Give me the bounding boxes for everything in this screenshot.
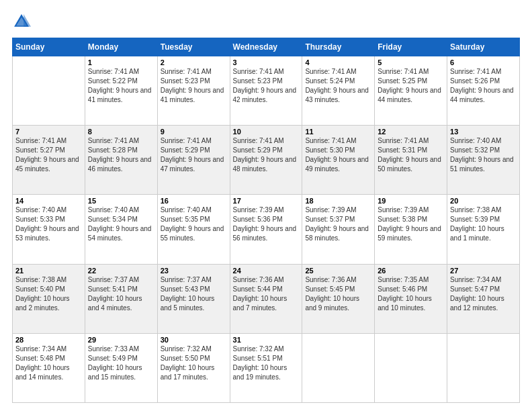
day-cell: 8Sunrise: 7:41 AMSunset: 5:28 PMDaylight… [85, 126, 157, 195]
sunrise-text: Sunrise: 7:41 AM [378, 136, 444, 146]
day-info: Sunrise: 7:41 AMSunset: 5:27 PMDaylight:… [15, 136, 82, 174]
day-cell: 31Sunrise: 7:32 AMSunset: 5:51 PMDayligh… [230, 333, 302, 402]
sunrise-text: Sunrise: 7:36 AM [305, 275, 371, 285]
day-cell: 13Sunrise: 7:40 AMSunset: 5:32 PMDayligh… [447, 126, 520, 195]
day-cell: 9Sunrise: 7:41 AMSunset: 5:29 PMDaylight… [157, 126, 230, 195]
sunrise-text: Sunrise: 7:34 AM [450, 275, 517, 285]
daylight-text: Daylight: 9 hours and 47 minutes. [161, 155, 227, 174]
day-number: 26 [378, 267, 444, 275]
day-info: Sunrise: 7:41 AMSunset: 5:31 PMDaylight:… [378, 136, 444, 174]
day-info: Sunrise: 7:32 AMSunset: 5:51 PMDaylight:… [233, 345, 300, 382]
daylight-text: Daylight: 9 hours and 51 minutes. [450, 155, 517, 174]
sunrise-text: Sunrise: 7:34 AM [15, 345, 82, 354]
daylight-text: Daylight: 9 hours and 54 minutes. [88, 224, 154, 243]
daylight-text: Daylight: 10 hours and 5 minutes. [161, 294, 227, 313]
daylight-text: Daylight: 9 hours and 42 minutes. [233, 86, 300, 105]
day-cell: 1Sunrise: 7:41 AMSunset: 5:22 PMDaylight… [85, 56, 157, 126]
sunrise-text: Sunrise: 7:36 AM [233, 275, 300, 285]
day-cell: 21Sunrise: 7:38 AMSunset: 5:40 PMDayligh… [13, 264, 85, 333]
day-info: Sunrise: 7:40 AMSunset: 5:34 PMDaylight:… [88, 205, 154, 243]
sunset-text: Sunset: 5:25 PM [378, 77, 444, 86]
day-cell: 22Sunrise: 7:37 AMSunset: 5:41 PMDayligh… [85, 264, 157, 333]
day-info: Sunrise: 7:36 AMSunset: 5:44 PMDaylight:… [233, 275, 300, 313]
day-number: 31 [233, 336, 300, 344]
day-info: Sunrise: 7:40 AMSunset: 5:33 PMDaylight:… [15, 205, 82, 243]
sunrise-text: Sunrise: 7:39 AM [378, 205, 444, 215]
day-number: 1 [88, 58, 154, 66]
day-cell: 7Sunrise: 7:41 AMSunset: 5:27 PMDaylight… [13, 126, 85, 195]
day-info: Sunrise: 7:33 AMSunset: 5:49 PMDaylight:… [88, 345, 154, 382]
day-number: 23 [161, 267, 227, 275]
day-number: 16 [161, 197, 227, 205]
week-row-5: 28Sunrise: 7:34 AMSunset: 5:48 PMDayligh… [13, 333, 520, 402]
day-number: 15 [88, 197, 154, 205]
day-number: 3 [233, 58, 300, 66]
day-info: Sunrise: 7:37 AMSunset: 5:43 PMDaylight:… [161, 275, 227, 313]
day-cell: 26Sunrise: 7:35 AMSunset: 5:46 PMDayligh… [375, 264, 447, 333]
day-cell: 24Sunrise: 7:36 AMSunset: 5:44 PMDayligh… [230, 264, 302, 333]
sunrise-text: Sunrise: 7:41 AM [88, 67, 154, 77]
day-cell [375, 333, 447, 402]
day-cell: 6Sunrise: 7:41 AMSunset: 5:26 PMDaylight… [447, 56, 520, 126]
sunrise-text: Sunrise: 7:33 AM [88, 345, 154, 354]
week-row-4: 21Sunrise: 7:38 AMSunset: 5:40 PMDayligh… [13, 264, 520, 333]
daylight-text: Daylight: 9 hours and 55 minutes. [161, 224, 227, 243]
day-info: Sunrise: 7:39 AMSunset: 5:36 PMDaylight:… [233, 205, 300, 243]
day-number: 13 [450, 128, 517, 136]
logo [12, 12, 34, 31]
day-cell: 16Sunrise: 7:40 AMSunset: 5:35 PMDayligh… [157, 195, 230, 264]
day-number: 21 [15, 267, 82, 275]
daylight-text: Daylight: 9 hours and 50 minutes. [378, 155, 444, 174]
day-info: Sunrise: 7:41 AMSunset: 5:29 PMDaylight:… [161, 136, 227, 174]
sunrise-text: Sunrise: 7:40 AM [88, 205, 154, 215]
day-info: Sunrise: 7:41 AMSunset: 5:30 PMDaylight:… [305, 136, 371, 174]
sunrise-text: Sunrise: 7:41 AM [450, 67, 517, 77]
day-number: 2 [161, 58, 227, 66]
day-cell: 12Sunrise: 7:41 AMSunset: 5:31 PMDayligh… [375, 126, 447, 195]
sunrise-text: Sunrise: 7:39 AM [233, 205, 300, 215]
day-number: 7 [15, 128, 82, 136]
sunrise-text: Sunrise: 7:41 AM [233, 136, 300, 146]
weekday-header-saturday: Saturday [447, 38, 520, 56]
day-info: Sunrise: 7:37 AMSunset: 5:41 PMDaylight:… [88, 275, 154, 313]
sunrise-text: Sunrise: 7:41 AM [305, 67, 371, 77]
day-info: Sunrise: 7:39 AMSunset: 5:38 PMDaylight:… [378, 205, 444, 243]
daylight-text: Daylight: 9 hours and 43 minutes. [305, 86, 371, 105]
sunset-text: Sunset: 5:27 PM [15, 146, 82, 155]
day-number: 9 [161, 128, 227, 136]
day-info: Sunrise: 7:41 AMSunset: 5:24 PMDaylight:… [305, 67, 371, 105]
day-number: 30 [161, 336, 227, 344]
sunrise-text: Sunrise: 7:39 AM [305, 205, 371, 215]
day-number: 18 [305, 197, 371, 205]
day-info: Sunrise: 7:34 AMSunset: 5:47 PMDaylight:… [450, 275, 517, 313]
day-info: Sunrise: 7:40 AMSunset: 5:35 PMDaylight:… [161, 205, 227, 243]
sunset-text: Sunset: 5:39 PM [450, 215, 517, 224]
day-cell: 19Sunrise: 7:39 AMSunset: 5:38 PMDayligh… [375, 195, 447, 264]
daylight-text: Daylight: 10 hours and 19 minutes. [233, 363, 300, 382]
sunset-text: Sunset: 5:41 PM [88, 285, 154, 294]
sunset-text: Sunset: 5:26 PM [450, 77, 517, 86]
sunrise-text: Sunrise: 7:41 AM [161, 67, 227, 77]
week-row-2: 7Sunrise: 7:41 AMSunset: 5:27 PMDaylight… [13, 126, 520, 195]
sunset-text: Sunset: 5:23 PM [233, 77, 300, 86]
daylight-text: Daylight: 10 hours and 15 minutes. [88, 363, 154, 382]
sunset-text: Sunset: 5:28 PM [88, 146, 154, 155]
header [12, 12, 520, 31]
day-info: Sunrise: 7:41 AMSunset: 5:22 PMDaylight:… [88, 67, 154, 105]
day-info: Sunrise: 7:41 AMSunset: 5:23 PMDaylight:… [233, 67, 300, 105]
day-cell: 28Sunrise: 7:34 AMSunset: 5:48 PMDayligh… [13, 333, 85, 402]
daylight-text: Daylight: 10 hours and 10 minutes. [378, 294, 444, 313]
daylight-text: Daylight: 9 hours and 46 minutes. [88, 155, 154, 174]
day-cell: 11Sunrise: 7:41 AMSunset: 5:30 PMDayligh… [302, 126, 375, 195]
day-cell: 25Sunrise: 7:36 AMSunset: 5:45 PMDayligh… [302, 264, 375, 333]
day-number: 29 [88, 336, 154, 344]
sunrise-text: Sunrise: 7:40 AM [161, 205, 227, 215]
sunrise-text: Sunrise: 7:41 AM [88, 136, 154, 146]
sunset-text: Sunset: 5:44 PM [233, 285, 300, 294]
weekday-header-wednesday: Wednesday [230, 38, 302, 56]
day-number: 14 [15, 197, 82, 205]
sunrise-text: Sunrise: 7:32 AM [161, 345, 227, 354]
day-cell: 5Sunrise: 7:41 AMSunset: 5:25 PMDaylight… [375, 56, 447, 126]
sunrise-text: Sunrise: 7:38 AM [15, 275, 82, 285]
daylight-text: Daylight: 9 hours and 49 minutes. [305, 155, 371, 174]
